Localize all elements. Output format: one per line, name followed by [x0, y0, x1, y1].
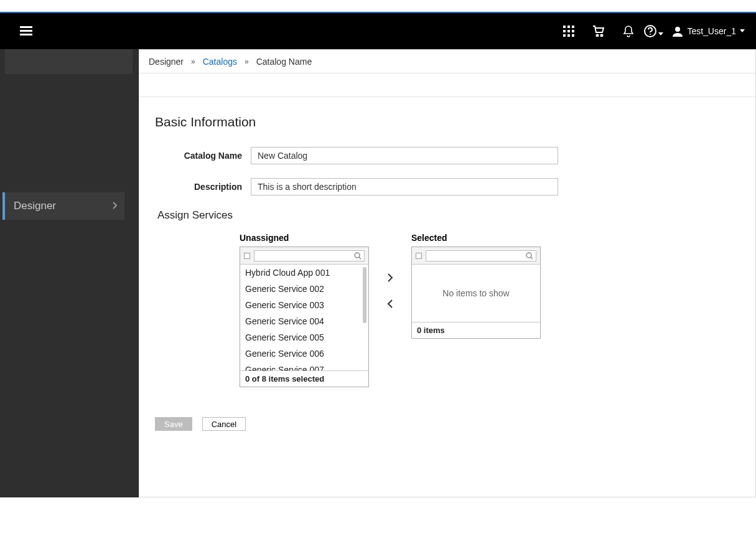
svg-rect-2	[20, 34, 32, 35]
input-catalog-name[interactable]	[251, 147, 558, 164]
unassigned-footer: 0 of 8 items selected	[240, 370, 368, 387]
label-description: Description	[155, 182, 242, 192]
svg-point-15	[650, 34, 651, 35]
main-panel: Designer » Catalogs » Catalog Name Basic…	[139, 49, 756, 497]
unassigned-column: Unassigned Hybrid Cloud App 001 Generic …	[240, 233, 369, 387]
list-item[interactable]: Generic Service 005	[240, 329, 368, 346]
unassigned-list: Hybrid Cloud App 001 Generic Service 002…	[240, 265, 368, 370]
unassigned-select-all-checkbox[interactable]	[244, 253, 250, 259]
chevron-right-icon	[387, 273, 393, 282]
list-item[interactable]: Generic Service 007	[240, 362, 368, 370]
cancel-button[interactable]: Cancel	[202, 417, 246, 431]
input-description[interactable]	[251, 178, 558, 195]
bell-icon[interactable]	[614, 13, 643, 49]
svg-rect-0	[20, 26, 32, 28]
list-item[interactable]: Generic Service 002	[240, 281, 368, 297]
svg-rect-9	[563, 34, 566, 37]
sidebar-item-label: Designer	[14, 200, 56, 212]
label-catalog-name: Catalog Name	[155, 151, 242, 161]
svg-rect-7	[567, 30, 570, 32]
user-icon	[672, 26, 683, 37]
save-button[interactable]: Save	[155, 417, 192, 431]
browser-chrome-strip	[0, 0, 756, 13]
help-menu[interactable]	[643, 24, 663, 38]
help-icon	[643, 24, 657, 38]
breadcrumb-separator: »	[245, 57, 249, 66]
list-item[interactable]: Generic Service 003	[240, 297, 368, 313]
cart-icon[interactable]	[584, 13, 614, 49]
svg-rect-6	[563, 30, 566, 32]
scrollbar-thumb[interactable]	[363, 267, 366, 323]
user-name: Test_User_1	[687, 26, 736, 36]
sidebar-item-designer[interactable]: Designer	[2, 192, 124, 220]
chevron-left-icon	[387, 299, 393, 308]
svg-rect-11	[572, 34, 574, 37]
chevron-right-icon	[112, 200, 117, 212]
svg-rect-3	[563, 26, 566, 28]
user-menu[interactable]: Test_User_1	[672, 26, 745, 37]
svg-point-12	[597, 35, 599, 37]
search-icon	[354, 252, 362, 260]
section-title-basic-info: Basic Information	[155, 115, 739, 129]
svg-point-16	[675, 27, 680, 32]
apps-grid-icon[interactable]	[554, 13, 584, 49]
breadcrumb-link-catalogs[interactable]: Catalogs	[203, 57, 237, 67]
breadcrumb-root: Designer	[149, 57, 184, 67]
selected-footer: 0 items	[412, 322, 540, 338]
selected-label: Selected	[411, 233, 541, 243]
svg-point-17	[355, 253, 360, 258]
svg-rect-8	[572, 30, 574, 32]
svg-rect-10	[567, 34, 570, 37]
list-item[interactable]: Generic Service 004	[240, 313, 368, 329]
dual-list-picker: Unassigned Hybrid Cloud App 001 Generic …	[240, 233, 739, 387]
move-left-button[interactable]	[383, 296, 398, 311]
hamburger-menu-icon[interactable]	[11, 13, 41, 49]
list-item[interactable]: Hybrid Cloud App 001	[240, 265, 368, 281]
caret-down-icon	[658, 32, 663, 36]
breadcrumb-current: Catalog Name	[256, 57, 312, 67]
unassigned-label: Unassigned	[240, 233, 369, 243]
section-title-assign-services: Assign Services	[157, 209, 739, 222]
search-icon	[526, 252, 533, 260]
sidebar: Designer	[0, 49, 139, 497]
selected-empty-message: No items to show	[412, 265, 540, 322]
svg-rect-4	[567, 26, 570, 28]
selected-search-input[interactable]	[426, 250, 536, 261]
breadcrumb: Designer » Catalogs » Catalog Name	[139, 50, 755, 73]
caret-down-icon	[740, 29, 745, 33]
selected-column: Selected No items to show 0 items	[411, 233, 541, 339]
svg-rect-5	[572, 26, 574, 28]
sidebar-header-block	[5, 49, 133, 74]
move-right-button[interactable]	[383, 270, 398, 285]
unassigned-search-input[interactable]	[254, 250, 365, 261]
list-item[interactable]: Generic Service 006	[240, 346, 368, 362]
selected-select-all-checkbox[interactable]	[416, 253, 422, 259]
svg-rect-1	[20, 30, 32, 32]
breadcrumb-separator: »	[191, 57, 195, 66]
svg-point-18	[526, 253, 531, 258]
svg-point-13	[601, 35, 603, 37]
top-nav: Test_User_1	[0, 13, 756, 49]
